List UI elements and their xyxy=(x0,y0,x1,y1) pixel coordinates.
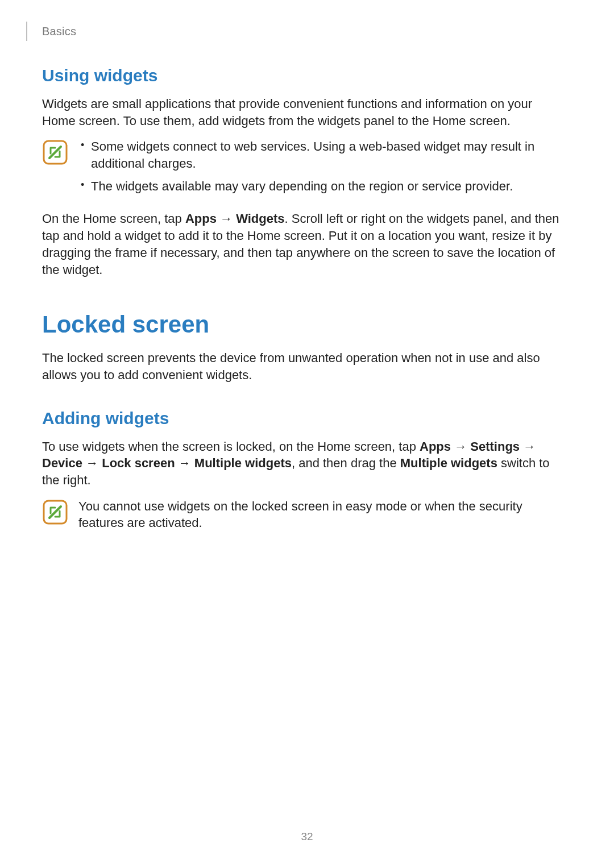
bold-settings: Settings xyxy=(470,439,520,454)
note-content: You cannot use widgets on the locked scr… xyxy=(78,498,563,531)
arrow-icon: → xyxy=(82,456,102,470)
note-content: Some widgets connect to web services. Us… xyxy=(78,138,563,200)
bold-lock-screen: Lock screen xyxy=(102,456,175,470)
bold-multiple-widgets: Multiple widgets xyxy=(194,456,292,470)
bold-device: Device xyxy=(42,456,82,470)
header-divider xyxy=(26,22,27,41)
heading-adding-widgets: Adding widgets xyxy=(42,409,563,428)
bold-multiple-widgets: Multiple widgets xyxy=(400,456,497,470)
note-icon xyxy=(42,499,68,525)
arrow-icon: → xyxy=(175,456,194,470)
text-segment: To use widgets when the screen is locked… xyxy=(42,439,420,454)
note-bullet-item: Some widgets connect to web services. Us… xyxy=(78,138,563,172)
paragraph-using-widgets-intro: Widgets are small applications that prov… xyxy=(42,95,563,129)
page-header: Basics xyxy=(42,22,563,41)
page-content: Basics Using widgets Widgets are small a… xyxy=(0,0,614,531)
paragraph-locked-screen-intro: The locked screen prevents the device fr… xyxy=(42,350,563,383)
arrow-icon: → xyxy=(217,211,236,226)
heading-locked-screen: Locked screen xyxy=(42,311,563,338)
note-bullet-item: The widgets available may vary depending… xyxy=(78,178,563,195)
note-icon xyxy=(42,139,68,165)
spacer xyxy=(42,393,563,409)
note-bullet-list: Some widgets connect to web services. Us… xyxy=(78,138,563,194)
arrow-icon: → xyxy=(520,439,536,454)
bold-apps: Apps xyxy=(420,439,451,454)
text-segment: , and then drag the xyxy=(292,456,400,470)
page-number: 32 xyxy=(0,830,614,843)
paragraph-using-widgets-instruction: On the Home screen, tap Apps → Widgets. … xyxy=(42,210,563,278)
note-block-using-widgets: Some widgets connect to web services. Us… xyxy=(42,138,563,200)
arrow-icon: → xyxy=(451,439,470,454)
bold-widgets: Widgets xyxy=(236,211,284,226)
text-segment: On the Home screen, tap xyxy=(42,211,185,226)
bold-apps: Apps xyxy=(185,211,217,226)
note-block-adding-widgets: You cannot use widgets on the locked scr… xyxy=(42,498,563,531)
note-text: You cannot use widgets on the locked scr… xyxy=(78,498,563,531)
paragraph-adding-widgets-instruction: To use widgets when the screen is locked… xyxy=(42,438,563,489)
breadcrumb: Basics xyxy=(42,25,76,38)
heading-using-widgets: Using widgets xyxy=(42,66,563,85)
